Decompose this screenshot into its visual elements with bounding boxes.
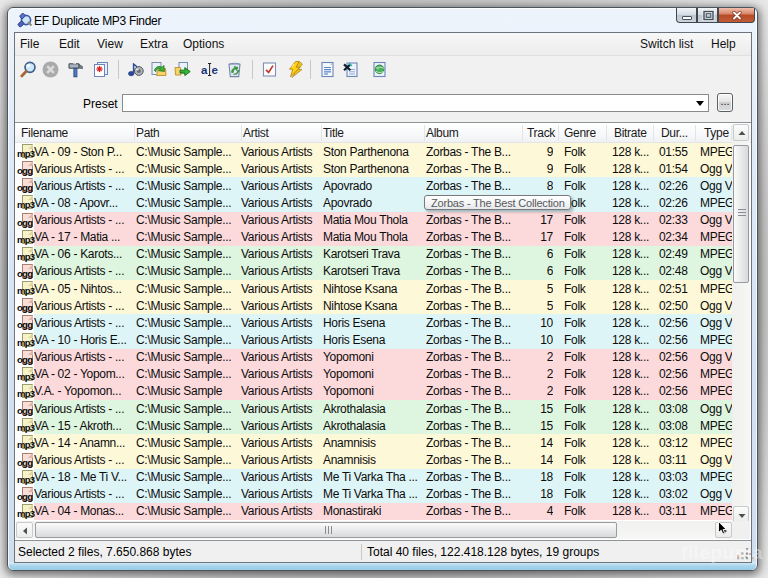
svg-text:e: e	[212, 64, 218, 76]
svg-text:a: a	[201, 64, 208, 76]
